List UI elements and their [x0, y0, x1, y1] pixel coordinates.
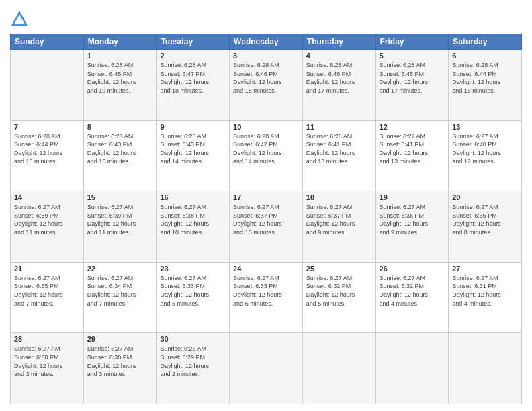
- weekday-header-cell: Friday: [375, 34, 449, 50]
- day-number: 30: [160, 335, 226, 343]
- day-number: 7: [14, 123, 80, 131]
- calendar-day-cell: [302, 333, 375, 404]
- day-info: Sunrise: 6:27 AM Sunset: 6:35 PM Dayligh…: [14, 274, 80, 308]
- calendar-day-cell: 21Sunrise: 6:27 AM Sunset: 6:35 PM Dayli…: [11, 262, 84, 333]
- day-info: Sunrise: 6:27 AM Sunset: 6:34 PM Dayligh…: [87, 274, 153, 308]
- day-info: Sunrise: 6:28 AM Sunset: 6:42 PM Dayligh…: [233, 132, 299, 166]
- calendar-day-cell: [375, 333, 449, 404]
- day-info: Sunrise: 6:27 AM Sunset: 6:38 PM Dayligh…: [160, 203, 226, 236]
- calendar-day-cell: 7Sunrise: 6:28 AM Sunset: 6:44 PM Daylig…: [11, 120, 84, 191]
- calendar-day-cell: 18Sunrise: 6:27 AM Sunset: 6:37 PM Dayli…: [302, 191, 375, 263]
- weekday-header-cell: Sunday: [11, 34, 84, 50]
- day-info: Sunrise: 6:27 AM Sunset: 6:37 PM Dayligh…: [233, 203, 299, 236]
- day-number: 6: [452, 52, 518, 60]
- day-number: 23: [160, 265, 226, 273]
- day-number: 5: [380, 52, 445, 60]
- day-number: 10: [233, 123, 299, 131]
- calendar-day-cell: 8Sunrise: 6:28 AM Sunset: 6:43 PM Daylig…: [83, 120, 157, 191]
- weekday-header-cell: Wednesday: [230, 34, 303, 50]
- calendar-day-cell: 2Sunrise: 6:28 AM Sunset: 6:47 PM Daylig…: [157, 50, 230, 121]
- day-info: Sunrise: 6:28 AM Sunset: 6:44 PM Dayligh…: [452, 61, 518, 95]
- calendar-week-row: 28Sunrise: 6:27 AM Sunset: 6:30 PM Dayli…: [11, 333, 522, 404]
- day-number: 2: [160, 52, 226, 60]
- calendar-day-cell: 13Sunrise: 6:27 AM Sunset: 6:40 PM Dayli…: [449, 120, 522, 191]
- day-info: Sunrise: 6:28 AM Sunset: 6:46 PM Dayligh…: [306, 61, 372, 95]
- day-info: Sunrise: 6:27 AM Sunset: 6:41 PM Dayligh…: [380, 132, 445, 166]
- calendar-day-cell: 26Sunrise: 6:27 AM Sunset: 6:32 PM Dayli…: [375, 262, 449, 333]
- calendar-day-cell: 17Sunrise: 6:27 AM Sunset: 6:37 PM Dayli…: [230, 191, 303, 263]
- weekday-header-cell: Monday: [83, 34, 157, 50]
- calendar-body: 1Sunrise: 6:28 AM Sunset: 6:48 PM Daylig…: [11, 50, 522, 404]
- day-info: Sunrise: 6:27 AM Sunset: 6:39 PM Dayligh…: [87, 203, 153, 236]
- calendar-day-cell: [11, 50, 84, 121]
- calendar-day-cell: 25Sunrise: 6:27 AM Sunset: 6:32 PM Dayli…: [302, 262, 375, 333]
- calendar-day-cell: 10Sunrise: 6:28 AM Sunset: 6:42 PM Dayli…: [230, 120, 303, 191]
- day-number: 27: [452, 265, 518, 273]
- calendar-day-cell: 22Sunrise: 6:27 AM Sunset: 6:34 PM Dayli…: [83, 262, 157, 333]
- day-number: 17: [233, 193, 299, 201]
- day-info: Sunrise: 6:27 AM Sunset: 6:32 PM Dayligh…: [380, 274, 445, 308]
- day-number: 18: [306, 193, 372, 201]
- calendar-day-cell: 5Sunrise: 6:28 AM Sunset: 6:45 PM Daylig…: [375, 50, 449, 121]
- day-info: Sunrise: 6:27 AM Sunset: 6:35 PM Dayligh…: [452, 203, 518, 236]
- day-number: 9: [160, 123, 226, 131]
- day-number: 11: [306, 123, 372, 131]
- day-number: 14: [14, 193, 80, 201]
- page: SundayMondayTuesdayWednesdayThursdayFrid…: [0, 0, 532, 411]
- calendar-table: SundayMondayTuesdayWednesdayThursdayFrid…: [10, 34, 522, 404]
- day-info: Sunrise: 6:28 AM Sunset: 6:47 PM Dayligh…: [160, 61, 226, 95]
- calendar-day-cell: 12Sunrise: 6:27 AM Sunset: 6:41 PM Dayli…: [375, 120, 449, 191]
- calendar-day-cell: 3Sunrise: 6:28 AM Sunset: 6:46 PM Daylig…: [230, 50, 303, 121]
- weekday-header-cell: Tuesday: [157, 34, 230, 50]
- calendar-day-cell: 27Sunrise: 6:27 AM Sunset: 6:31 PM Dayli…: [449, 262, 522, 333]
- day-info: Sunrise: 6:27 AM Sunset: 6:30 PM Dayligh…: [14, 345, 80, 378]
- calendar-day-cell: 20Sunrise: 6:27 AM Sunset: 6:35 PM Dayli…: [449, 191, 522, 263]
- calendar-day-cell: 29Sunrise: 6:27 AM Sunset: 6:30 PM Dayli…: [83, 333, 157, 404]
- calendar-day-cell: 1Sunrise: 6:28 AM Sunset: 6:48 PM Daylig…: [83, 50, 157, 121]
- day-number: 12: [380, 123, 445, 131]
- day-number: 16: [160, 193, 226, 201]
- day-number: 4: [306, 52, 372, 60]
- weekday-header-cell: Saturday: [449, 34, 522, 50]
- day-info: Sunrise: 6:27 AM Sunset: 6:39 PM Dayligh…: [14, 203, 80, 236]
- calendar-week-row: 7Sunrise: 6:28 AM Sunset: 6:44 PM Daylig…: [11, 120, 522, 191]
- day-info: Sunrise: 6:28 AM Sunset: 6:46 PM Dayligh…: [233, 61, 299, 95]
- calendar-day-cell: [449, 333, 522, 404]
- header: [10, 7, 522, 28]
- day-info: Sunrise: 6:28 AM Sunset: 6:45 PM Dayligh…: [380, 61, 445, 95]
- logo-icon: [10, 9, 29, 28]
- day-info: Sunrise: 6:27 AM Sunset: 6:40 PM Dayligh…: [452, 132, 518, 166]
- day-info: Sunrise: 6:27 AM Sunset: 6:31 PM Dayligh…: [452, 274, 518, 308]
- calendar-week-row: 21Sunrise: 6:27 AM Sunset: 6:35 PM Dayli…: [11, 262, 522, 333]
- day-number: 22: [87, 265, 153, 273]
- day-info: Sunrise: 6:28 AM Sunset: 6:41 PM Dayligh…: [306, 132, 372, 166]
- day-info: Sunrise: 6:27 AM Sunset: 6:37 PM Dayligh…: [306, 203, 372, 236]
- calendar-day-cell: 9Sunrise: 6:28 AM Sunset: 6:43 PM Daylig…: [157, 120, 230, 191]
- day-info: Sunrise: 6:26 AM Sunset: 6:29 PM Dayligh…: [160, 345, 226, 378]
- calendar-day-cell: 28Sunrise: 6:27 AM Sunset: 6:30 PM Dayli…: [11, 333, 84, 404]
- weekday-header-row: SundayMondayTuesdayWednesdayThursdayFrid…: [11, 34, 522, 50]
- calendar-day-cell: 30Sunrise: 6:26 AM Sunset: 6:29 PM Dayli…: [157, 333, 230, 404]
- day-number: 3: [233, 52, 299, 60]
- calendar-day-cell: 19Sunrise: 6:27 AM Sunset: 6:36 PM Dayli…: [375, 191, 449, 263]
- calendar-day-cell: 15Sunrise: 6:27 AM Sunset: 6:39 PM Dayli…: [83, 191, 157, 263]
- calendar-week-row: 14Sunrise: 6:27 AM Sunset: 6:39 PM Dayli…: [11, 191, 522, 263]
- day-number: 8: [87, 123, 153, 131]
- calendar-day-cell: 11Sunrise: 6:28 AM Sunset: 6:41 PM Dayli…: [302, 120, 375, 191]
- day-info: Sunrise: 6:28 AM Sunset: 6:43 PM Dayligh…: [87, 132, 153, 166]
- day-number: 29: [87, 335, 153, 343]
- calendar-day-cell: [230, 333, 303, 404]
- day-info: Sunrise: 6:28 AM Sunset: 6:48 PM Dayligh…: [87, 61, 153, 95]
- calendar-day-cell: 6Sunrise: 6:28 AM Sunset: 6:44 PM Daylig…: [449, 50, 522, 121]
- calendar-day-cell: 23Sunrise: 6:27 AM Sunset: 6:33 PM Dayli…: [157, 262, 230, 333]
- day-info: Sunrise: 6:27 AM Sunset: 6:33 PM Dayligh…: [233, 274, 299, 308]
- day-number: 1: [87, 52, 153, 60]
- day-number: 20: [452, 193, 518, 201]
- day-info: Sunrise: 6:28 AM Sunset: 6:44 PM Dayligh…: [14, 132, 80, 166]
- day-number: 21: [14, 265, 80, 273]
- calendar-day-cell: 14Sunrise: 6:27 AM Sunset: 6:39 PM Dayli…: [11, 191, 84, 263]
- day-number: 24: [233, 265, 299, 273]
- day-number: 26: [380, 265, 445, 273]
- calendar-day-cell: 16Sunrise: 6:27 AM Sunset: 6:38 PM Dayli…: [157, 191, 230, 263]
- day-info: Sunrise: 6:27 AM Sunset: 6:33 PM Dayligh…: [160, 274, 226, 308]
